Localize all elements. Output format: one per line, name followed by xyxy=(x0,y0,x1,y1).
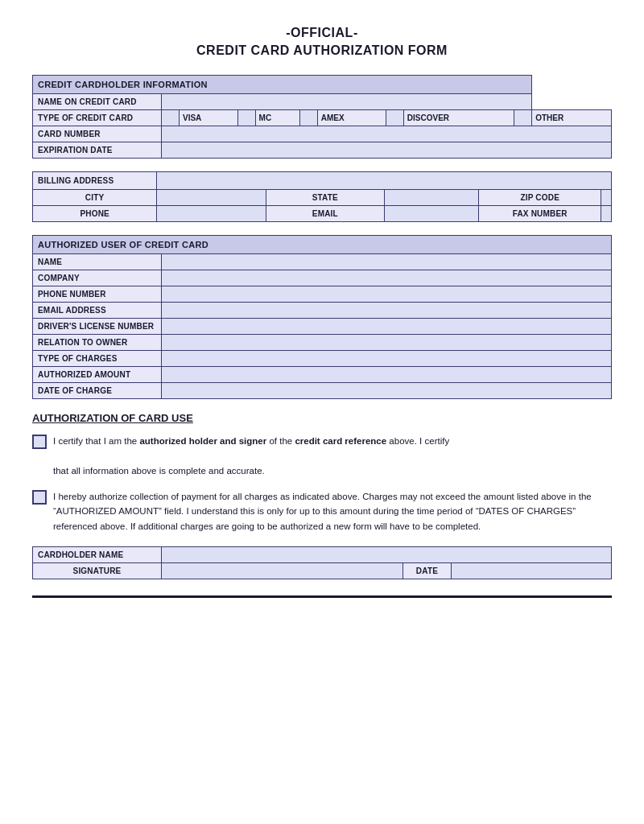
au-date-value[interactable] xyxy=(162,382,612,398)
name-label: NAME ON CREDIT CARD xyxy=(33,93,162,109)
cert-block-1: I certify that I am the authorized holde… xyxy=(32,434,612,478)
city-label: CITY xyxy=(33,189,157,205)
amex-label: AMEX xyxy=(317,109,386,126)
au-date-label: DATE OF CHARGE xyxy=(33,382,162,398)
authorization-title: AUTHORIZATION OF CARD USE xyxy=(32,412,612,424)
other-checkbox[interactable] xyxy=(514,109,532,126)
phone-label: PHONE xyxy=(33,205,157,221)
cardholder-name-value[interactable] xyxy=(162,547,612,563)
au-relation-label: RELATION TO OWNER xyxy=(33,334,162,350)
amex-checkbox[interactable] xyxy=(299,109,317,126)
authorized-section-header: AUTHORIZED USER OF CREDIT CARD xyxy=(33,235,612,253)
mc-label: MC xyxy=(255,109,299,126)
cert1-checkbox[interactable] xyxy=(32,435,47,449)
state-value[interactable] xyxy=(385,189,479,205)
au-phone-value[interactable] xyxy=(162,286,612,302)
au-email-label: EMAIL ADDRESS xyxy=(33,302,162,318)
au-name-value[interactable] xyxy=(162,253,612,270)
expiration-label: EXPIRATION DATE xyxy=(33,142,162,158)
cardholder-name-label: CARDHOLDER NAME xyxy=(33,547,162,563)
email-value[interactable] xyxy=(385,205,479,221)
au-email-value[interactable] xyxy=(162,302,612,318)
date-label: DATE xyxy=(403,563,452,579)
cert2-checkbox[interactable] xyxy=(32,490,47,505)
expiration-value[interactable] xyxy=(162,142,612,158)
au-company-value[interactable] xyxy=(162,270,612,286)
signature-label: SIGNATURE xyxy=(33,563,162,579)
au-name-label: NAME xyxy=(33,253,162,270)
cert2-text: I hereby authorize collection of payment… xyxy=(53,489,612,534)
au-drivers-label: DRIVER'S LICENSE NUMBER xyxy=(33,318,162,334)
name-value[interactable] xyxy=(162,93,532,109)
card-number-value[interactable] xyxy=(162,126,612,142)
au-drivers-value[interactable] xyxy=(162,318,612,334)
au-charges-value[interactable] xyxy=(162,350,612,366)
discover-checkbox[interactable] xyxy=(386,109,403,126)
au-amount-value[interactable] xyxy=(162,366,612,382)
cert-block-2: I hereby authorize collection of payment… xyxy=(32,489,612,534)
zip-value[interactable] xyxy=(601,189,612,205)
signature-value[interactable] xyxy=(162,563,403,579)
fax-value[interactable] xyxy=(601,205,612,221)
billing-table: BILLING ADDRESS CITY STATE ZIP CODE PHON… xyxy=(32,171,612,222)
type-label: TYPE OF CREDIT CARD xyxy=(33,109,162,126)
authorized-user-table: AUTHORIZED USER OF CREDIT CARD NAME COMP… xyxy=(32,235,612,399)
mc-checkbox[interactable] xyxy=(237,109,255,126)
email-label: EMAIL xyxy=(266,205,385,221)
date-value[interactable] xyxy=(452,563,612,579)
au-charges-label: TYPE OF CHARGES xyxy=(33,350,162,366)
cardholder-section-header: CREDIT CARDHOLDER INFORMATION xyxy=(33,75,532,93)
page-title: -OFFICIAL- CREDIT CARD AUTHORIZATION FOR… xyxy=(32,24,612,60)
au-relation-value[interactable] xyxy=(162,334,612,350)
cert1-text: I certify that I am the authorized holde… xyxy=(53,434,449,478)
signature-table: CARDHOLDER NAME SIGNATURE DATE xyxy=(32,546,612,579)
visa-label: VISA xyxy=(180,109,238,126)
au-company-label: COMPANY xyxy=(33,270,162,286)
authorization-section: AUTHORIZATION OF CARD USE I certify that… xyxy=(32,412,612,534)
zip-label: ZIP CODE xyxy=(479,189,601,205)
au-amount-label: AUTHORIZED AMOUNT xyxy=(33,366,162,382)
discover-label: DISCOVER xyxy=(403,109,514,126)
au-phone-label: PHONE NUMBER xyxy=(33,286,162,302)
fax-label: FAX NUMBER xyxy=(479,205,601,221)
cardholder-info-table: CREDIT CARDHOLDER INFORMATION NAME ON CR… xyxy=(32,75,612,159)
state-label: STATE xyxy=(266,189,385,205)
billing-section-header: BILLING ADDRESS xyxy=(33,171,157,189)
billing-address-value[interactable] xyxy=(157,171,612,189)
card-number-label: CARD NUMBER xyxy=(33,126,162,142)
other-label: OTHER xyxy=(532,109,612,126)
bottom-divider xyxy=(32,595,612,598)
phone-value[interactable] xyxy=(157,205,266,221)
visa-checkbox[interactable] xyxy=(162,109,180,126)
city-value[interactable] xyxy=(157,189,266,205)
